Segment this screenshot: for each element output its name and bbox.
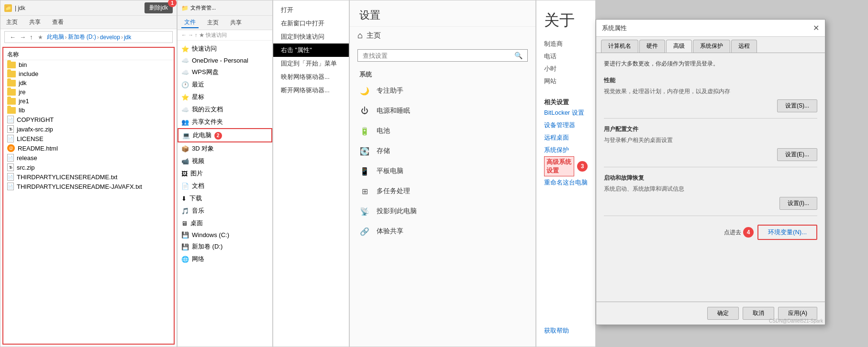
step-badge-4: 4: [743, 227, 754, 238]
settings-item-电源和睡眠[interactable]: ⏻电源和睡眠: [350, 101, 535, 121]
file-item[interactable]: jdk: [3, 78, 174, 87]
file-item[interactable]: @README.html: [3, 143, 174, 153]
rename-link[interactable]: 重命名这台电脑: [544, 176, 588, 189]
file-name: LICENSE: [17, 135, 44, 142]
tree-icon: ⬇: [181, 195, 187, 202]
file-name: lib: [19, 107, 25, 114]
breadcrumb-develop[interactable]: develop: [100, 34, 120, 41]
settings-item-多任务处理[interactable]: ⊞多任务处理: [350, 181, 535, 201]
fm-tree-item-下载[interactable]: ⬇下载: [178, 192, 272, 205]
delete-btn-wrapper[interactable]: 删除jdk 1: [145, 2, 173, 13]
file-item[interactable]: 📄LICENSE: [3, 134, 174, 143]
file-item[interactable]: jre: [3, 87, 174, 97]
ctx-pin-quick[interactable]: 固定到快速访问: [273, 30, 349, 43]
fm-tree-item-文档[interactable]: 📄文档: [178, 180, 272, 192]
ctx-open[interactable]: 打开: [273, 3, 349, 17]
settings-item-体验共享[interactable]: 🔗体验共享: [350, 221, 535, 241]
fm-tree-item-3D对象[interactable]: 📦3D 对象: [178, 142, 272, 155]
performance-settings-button[interactable]: 设置(S)...: [777, 99, 817, 112]
user-profile-label: 用户配置文件: [604, 125, 817, 133]
file-name: COPYRIGHT: [17, 116, 54, 123]
context-menu-panel: 打开 在新窗口中打开 固定到快速访问 右击 "属性" 固定到「开始」菜单 映射网…: [273, 0, 349, 347]
remote-desktop-link[interactable]: 远程桌面: [544, 131, 588, 144]
settings-home-label[interactable]: 主页: [367, 31, 381, 40]
fm-tree-item-最近[interactable]: 🕐最近: [178, 78, 272, 91]
fm-tree-item-新加卷(D:)[interactable]: 💾新加卷 (D:): [178, 240, 272, 253]
file-item[interactable]: 🗜javafx-src.zip: [3, 124, 174, 134]
ctx-pin-start[interactable]: 固定到「开始」菜单: [273, 57, 349, 70]
sysprop-backdrop: 系统属性 ✕ 计算机名 硬件 高级 系统保护 远程 要进行大多数更改，你必须作为…: [596, 0, 868, 347]
ctx-properties[interactable]: 右击 "属性": [273, 43, 349, 57]
file-item[interactable]: include: [3, 69, 174, 78]
file-item[interactable]: 📄THIRDPARTYLICENSEREADME.txt: [3, 172, 174, 182]
env-vars-row: 点进去 4 环境变量(N)...: [604, 225, 817, 240]
sysprop-cancel-button[interactable]: 取消: [743, 307, 774, 320]
file-item[interactable]: 🗜src.zip: [3, 163, 174, 172]
settings-item-电池[interactable]: 🔋电池: [350, 121, 535, 141]
tab-computer-name[interactable]: 计算机名: [601, 40, 638, 53]
tab-hardware[interactable]: 硬件: [639, 40, 665, 53]
breadcrumb-pc[interactable]: 此电脑: [47, 33, 64, 41]
ribbon-tab-view[interactable]: 查看: [50, 17, 66, 27]
settings-item-label: 多任务处理: [377, 187, 410, 195]
ctx-new-window[interactable]: 在新窗口中打开: [273, 17, 349, 30]
fm-tree-item-音乐[interactable]: 🎵音乐: [178, 205, 272, 217]
settings-item-存储[interactable]: 💽存储: [350, 141, 535, 161]
file-item[interactable]: jre1: [3, 97, 174, 106]
get-help-link[interactable]: 获取帮助: [544, 325, 588, 337]
fm-tree-item-视频[interactable]: 📹视频: [178, 155, 272, 167]
fm-tree-item-我的云文档[interactable]: ☁️我的云文档: [178, 103, 272, 116]
ctx-map-drive[interactable]: 映射网络驱动器...: [273, 70, 349, 84]
tab-remote[interactable]: 远程: [731, 40, 757, 53]
tab-advanced[interactable]: 高级: [666, 40, 692, 53]
fm-tab-home[interactable]: 主页: [204, 18, 222, 28]
sysprop-apply-button[interactable]: 应用(A): [778, 307, 817, 320]
ribbon-tab-home[interactable]: 主页: [4, 17, 20, 27]
fm-tab-share[interactable]: 共享: [227, 18, 245, 28]
breadcrumb-drive[interactable]: 新加卷 (D:): [68, 33, 96, 41]
startup-settings-button[interactable]: 设置(I)...: [779, 197, 817, 210]
fm-tree-item-共享文件夹[interactable]: 👥共享文件夹: [178, 116, 272, 128]
tab-system-protection[interactable]: 系统保护: [693, 40, 730, 53]
user-profile-settings-button[interactable]: 设置(E)...: [777, 148, 817, 161]
ribbon-tab-share[interactable]: 共享: [27, 17, 43, 27]
settings-item-icon: 🔗: [359, 226, 370, 237]
file-item[interactable]: 📄COPYRIGHT: [3, 115, 174, 124]
system-protection-link[interactable]: 系统保护: [544, 144, 588, 156]
sysprop-ok-button[interactable]: 确定: [707, 307, 739, 320]
nav-back[interactable]: ←: [9, 33, 17, 41]
file-item[interactable]: 📄THIRDPARTYLICENSEREADME-JAVAFX.txt: [3, 182, 174, 191]
ctx-disconnect[interactable]: 断开网络驱动器...: [273, 84, 349, 97]
nav-up[interactable]: ↑: [29, 33, 34, 41]
nav-forward[interactable]: →: [19, 33, 27, 41]
settings-item-平板电脑[interactable]: 📱平板电脑: [350, 161, 535, 181]
fm-tab-file[interactable]: 文件: [181, 17, 199, 28]
fm-tree-item-快速访问[interactable]: ⭐快速访问: [178, 43, 272, 55]
sysprop-close-button[interactable]: ✕: [813, 23, 819, 33]
fm-tree-item-网络[interactable]: 🌐网络: [178, 253, 272, 265]
file-name: jre: [19, 88, 25, 96]
fm-tree-item-星标[interactable]: ⭐星标: [178, 91, 272, 103]
manufacturer-section: 制造商 电话 小时 网站: [544, 38, 588, 87]
fm-tree-item-OneDrive-Personal[interactable]: ☁️OneDrive - Personal: [178, 55, 272, 66]
fm-tree-item-图片[interactable]: 🖼图片: [178, 167, 272, 180]
file-item[interactable]: 📄release: [3, 153, 174, 163]
advanced-settings-link[interactable]: 高级系统设置: [544, 156, 574, 176]
fm-tree-item-此电脑[interactable]: 💻此电脑 2: [178, 128, 272, 142]
breadcrumb-jdk[interactable]: jdk: [124, 34, 131, 41]
tree-label: Windows (C:): [192, 231, 229, 239]
step4-label: 点进去: [724, 228, 741, 237]
settings-item-投影到此电脑[interactable]: 📡投影到此电脑: [350, 201, 535, 221]
fm-tree-item-桌面[interactable]: 🖥桌面: [178, 217, 272, 229]
settings-search-input[interactable]: [363, 52, 514, 59]
file-item[interactable]: bin: [3, 60, 174, 69]
bitlocker-link[interactable]: BitLocker 设置: [544, 107, 588, 119]
device-manager-link[interactable]: 设备管理器: [544, 119, 588, 131]
fm-tree-item-WPS网盘[interactable]: ☁️WPS网盘: [178, 66, 272, 78]
explorer-titlebar: 📁 | jdk 删除jdk 1: [0, 0, 177, 16]
settings-item-专注助手[interactable]: 🌙专注助手: [350, 81, 535, 101]
settings-search-box[interactable]: 🔍: [357, 49, 528, 62]
fm-tree-item-Windows(C:)[interactable]: 💾Windows (C:): [178, 229, 272, 240]
file-item[interactable]: lib: [3, 106, 174, 115]
env-vars-button[interactable]: 环境变量(N)...: [757, 225, 817, 240]
